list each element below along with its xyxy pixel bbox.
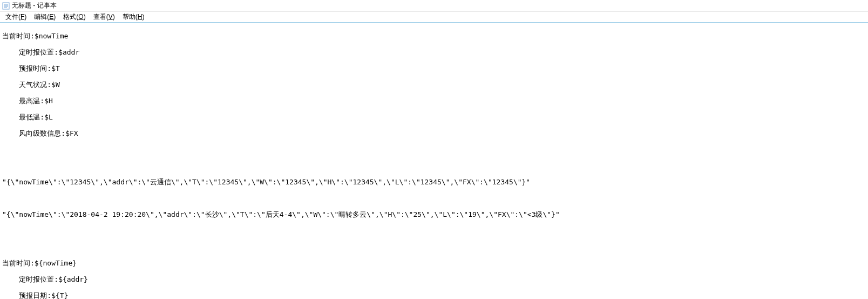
text-line: 定时报位置:${addr}: [2, 275, 866, 283]
menu-file[interactable]: 文件(F): [2, 12, 30, 22]
text-line: [2, 227, 866, 235]
text-line: 预报日期:${T}: [2, 291, 866, 299]
text-line: 天气状况:$W: [2, 81, 866, 89]
text-line: 预报时间:$T: [2, 64, 866, 72]
text-line: 当前时间:$nowTime: [2, 32, 866, 40]
window-title: 无标题 - 记事本: [12, 1, 57, 10]
editor-area[interactable]: 当前时间:$nowTime 定时报位置:$addr 预报时间:$T 天气状况:$…: [0, 23, 868, 299]
svg-rect-0: [3, 3, 9, 9]
text-line: 定时报位置:$addr: [2, 48, 866, 56]
text-line: 当前时间:${nowTime}: [2, 259, 866, 267]
text-line: [2, 145, 866, 154]
menu-help[interactable]: 帮助(H): [119, 12, 148, 22]
text-line: "{\"nowTime\":\"2018-04-2 19:20:20\",\"a…: [2, 210, 866, 218]
text-line: 最低温:$L: [2, 113, 866, 121]
text-line: "{\"nowTime\":\"12345\",\"addr\":\"云通信\"…: [2, 178, 866, 186]
menu-edit[interactable]: 编辑(E): [31, 12, 59, 22]
text-line: [2, 162, 866, 170]
menu-view[interactable]: 查看(V): [90, 12, 118, 22]
text-line: 风向级数信息:$FX: [2, 129, 866, 137]
notepad-icon: [2, 2, 10, 10]
text-line: [2, 243, 866, 251]
text-line: 最高温:$H: [2, 97, 866, 105]
menu-format[interactable]: 格式(O): [60, 12, 89, 22]
titlebar: 无标题 - 记事本: [0, 0, 868, 12]
text-line: [2, 194, 866, 202]
menubar: 文件(F) 编辑(E) 格式(O) 查看(V) 帮助(H): [0, 12, 868, 23]
